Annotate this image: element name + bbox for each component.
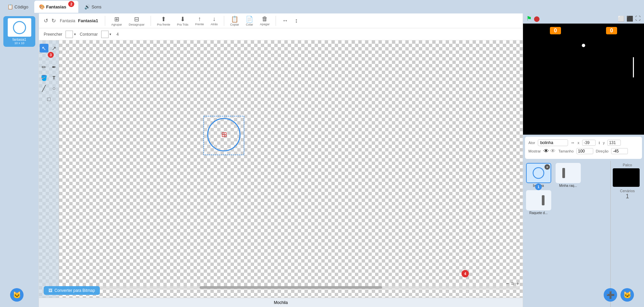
copy-icon: 📋	[231, 15, 238, 23]
stage-small-button[interactable]: ⬜	[618, 15, 625, 22]
tab-codigo[interactable]: 📋 Código	[3, 1, 33, 13]
stage-fullscreen-button[interactable]: ⛶	[635, 15, 641, 22]
cat-button-left[interactable]: 🐱	[10, 288, 24, 302]
sprite-card-bolinha[interactable]: ✕ bolinha 1	[525, 163, 552, 187]
eye-hidden-button[interactable]: 👁	[550, 148, 556, 154]
badge-4: 4	[461, 270, 469, 277]
stroke-color-arrow[interactable]: ▼	[109, 33, 112, 36]
green-flag-button[interactable]: ⚑	[526, 15, 532, 22]
sprite-name: fantasia1	[12, 38, 26, 41]
delete-button[interactable]: 🗑 Apagar	[258, 15, 272, 27]
editor-toolbar-fill: Preencher ▼ Contornar ▼ 4	[39, 28, 523, 40]
actor-label: Ator	[528, 141, 535, 145]
redo-button[interactable]: ↻	[50, 17, 57, 25]
sprite-thumb	[8, 18, 31, 37]
tab-fantasias-label: Fantasias	[46, 4, 66, 9]
sprite-panel: fantasia1 10 x 10	[0, 13, 39, 307]
tab-sons-label: Sons	[91, 4, 102, 9]
zoom-in-button[interactable]: +	[516, 281, 519, 287]
send-back-button[interactable]: ⬇ Pra Trás	[175, 15, 191, 27]
tool-row-2: ✏ ✒	[40, 63, 58, 71]
show-label: Mostrar	[528, 149, 541, 153]
group-icon: ⊞	[114, 15, 119, 23]
y-arrow-icon: ↕	[598, 140, 600, 145]
y-input[interactable]	[607, 140, 621, 146]
badge-3: 3	[48, 52, 54, 58]
front-icon: ⬆	[161, 15, 166, 23]
raquete2-svg	[529, 192, 548, 209]
pencil-tool-button[interactable]: ✏	[40, 63, 48, 71]
delete-bolinha-button[interactable]: ✕	[545, 164, 550, 170]
canvas-scrollbar[interactable]	[63, 286, 519, 289]
actor-info: Ator ↔ x ↕ y Mostrar 👁 👁 Tamanho	[525, 137, 642, 159]
fill-color-arrow[interactable]: ▼	[73, 33, 76, 36]
convert-bitmap-button[interactable]: 🖼 Converter para Bitmap	[44, 286, 100, 295]
stage-preview: 0 0	[523, 24, 644, 135]
svg-rect-8	[542, 195, 545, 205]
sprite-card-name-raquete-d: Raquete d...	[529, 211, 548, 215]
sprite-card-minha-raquete[interactable]: Minha raq...	[555, 163, 581, 187]
delete-label: Apagar	[260, 23, 270, 26]
stage-large-button[interactable]: ⬛	[627, 15, 633, 22]
divider-4	[276, 16, 276, 26]
codigo-icon: 📋	[7, 4, 13, 9]
backward-button[interactable]: ↓ Atrás	[209, 15, 220, 27]
fill-tool-button[interactable]: 🪣	[40, 73, 48, 82]
cat-button-right[interactable]: 🐱	[620, 288, 634, 302]
forward-button[interactable]: ↑ Frente	[193, 15, 206, 27]
flip-v-button[interactable]: ↕	[293, 16, 300, 25]
group-button[interactable]: ⊞ Agrupar	[109, 15, 124, 27]
eye-visible-button[interactable]: 👁	[544, 148, 549, 154]
stage-score-left: 0	[550, 27, 561, 34]
sprite-card-raquete-d[interactable]: Raquete d...	[525, 190, 552, 215]
stroke-color-swatch[interactable]	[101, 31, 109, 38]
svg-rect-7	[562, 168, 565, 178]
text-tool-button[interactable]: T	[50, 73, 58, 82]
svg-rect-1	[204, 116, 244, 155]
fill-label: Preencher	[44, 32, 62, 37]
tool-row-4: ╱ ○	[40, 84, 58, 93]
stage-score-right: 0	[606, 27, 617, 34]
divider-3	[224, 16, 224, 26]
sprite-card-thumb-raquete-d	[526, 190, 551, 210]
raquete1-svg	[559, 165, 577, 181]
tab-fantasias[interactable]: 🎨 Fantasias 2	[34, 1, 78, 13]
sprite-item-fantasia1[interactable]: fantasia1 10 x 10	[3, 16, 35, 47]
line-tool-button[interactable]: ╱	[40, 84, 48, 93]
flip-v-icon: ↕	[295, 17, 298, 24]
fill-color-swatch[interactable]	[66, 31, 73, 38]
x-input[interactable]	[582, 140, 596, 146]
ungroup-button[interactable]: ⊟ Desagrupar	[127, 15, 147, 27]
tab-sons[interactable]: 🔊 Sons	[80, 1, 106, 13]
actor-props-row: Mostrar 👁 👁 Tamanho Direção	[528, 148, 639, 154]
select-tool-button[interactable]: ↖	[40, 44, 48, 53]
undo-button[interactable]: ↺	[42, 17, 49, 25]
stage-black-thumb[interactable]	[613, 168, 640, 187]
copy-button[interactable]: 📋 Copiar	[228, 15, 241, 27]
zoom-reset-button[interactable]: =	[511, 281, 514, 287]
back-label: Pra Trás	[177, 23, 189, 26]
stage-right-area: Palco Cenários 1	[610, 161, 644, 307]
direction-input[interactable]	[611, 148, 628, 154]
node-select-tool-button[interactable]: ↗	[50, 44, 58, 53]
right-panel-inner: ⚑ ⬤ ⬜ ⬛ ⛶ 0 0	[523, 13, 644, 307]
convert-btn-label: Converter para Bitmap	[54, 288, 95, 293]
flip-h-button[interactable]: ↔	[280, 16, 290, 25]
tab-codigo-label: Código	[14, 4, 28, 9]
zoom-out-button[interactable]: −	[506, 281, 509, 287]
paste-button[interactable]: 📄 Colar	[244, 15, 255, 27]
paste-label: Colar	[246, 23, 253, 26]
stop-button[interactable]: ⬤	[534, 15, 540, 22]
rect-tool-button[interactable]: □	[45, 95, 53, 104]
cat-button-right2[interactable]: ➕	[604, 288, 617, 302]
actor-name-input[interactable]	[538, 139, 568, 146]
stroke-label: Contornar	[80, 32, 97, 37]
canvas-drawing[interactable]	[39, 40, 523, 298]
ungroup-label: Desagrupar	[129, 23, 145, 26]
badge-1: 1	[535, 183, 542, 190]
size-input[interactable]	[576, 148, 593, 154]
bring-front-button[interactable]: ⬆ Pra frente	[155, 15, 172, 27]
ink-tool-button[interactable]: ✒	[50, 63, 58, 71]
circle-tool-button[interactable]: ○	[50, 84, 58, 93]
badge-2: 2	[68, 1, 74, 7]
